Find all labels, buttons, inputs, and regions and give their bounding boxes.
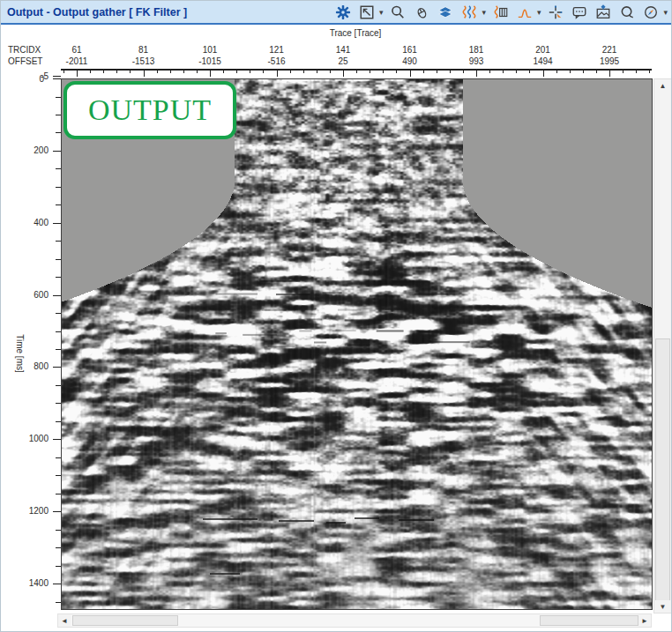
trace-major-tick: [609, 71, 610, 77]
trace-minor-tick: [583, 71, 584, 73]
time-start-tick: [53, 76, 61, 77]
settings-gear-icon[interactable]: [334, 4, 352, 21]
trace-minor-tick: [317, 71, 317, 73]
amplitude-spectrum-icon[interactable]: [516, 4, 534, 21]
offset-value: 993: [448, 56, 504, 66]
offset-value: -1015: [182, 56, 238, 66]
trace-minor-tick: [596, 71, 597, 73]
trace-major-tick: [476, 71, 477, 77]
wiggle-dropdown-caret[interactable]: ▾: [482, 4, 486, 21]
trace-minor-tick: [516, 71, 517, 73]
wiggle-display-icon[interactable]: [460, 4, 478, 21]
layers-icon[interactable]: [437, 4, 454, 21]
trace-minor-tick: [130, 71, 131, 73]
trace-minor-tick: [330, 71, 331, 73]
offset-value: -516: [249, 56, 305, 66]
compass-dropdown-caret[interactable]: ▾: [663, 4, 668, 21]
time-tick-label: 200: [13, 145, 49, 155]
trace-minor-tick: [649, 71, 650, 73]
trcidx-row-label: TRCIDX: [8, 45, 41, 55]
time-tick-label: 400: [13, 218, 49, 227]
horizontal-scroll-thumb-right[interactable]: [540, 615, 638, 626]
trace-minor-tick: [503, 71, 504, 73]
trcidx-value: 81: [116, 45, 172, 55]
trcidx-value: 181: [448, 45, 504, 55]
trace-minor-tick: [437, 71, 437, 73]
trace-minor-tick: [157, 71, 158, 73]
scroll-right-button[interactable]: ►: [638, 614, 651, 627]
trcidx-value: 161: [382, 45, 438, 55]
offset-value: 1494: [515, 56, 571, 66]
trace-axis-title: Trace [Trace]: [294, 28, 417, 38]
time-axis-label: Time [ms]: [12, 319, 25, 388]
scroll-down-button[interactable]: ▼: [654, 600, 671, 613]
time-major-tick: [53, 151, 61, 152]
horizontal-scrollbar[interactable]: ◄ ►: [57, 613, 652, 628]
offset-value: 490: [382, 56, 438, 66]
compass-icon[interactable]: [642, 4, 660, 21]
time-major-tick: [53, 511, 61, 512]
export-image-icon[interactable]: [594, 4, 612, 21]
viewer-window: Output - Output gather [ FK Filter ] ▾ ▾: [0, 0, 672, 632]
spectrum-dropdown-caret[interactable]: ▾: [537, 4, 541, 21]
fit-to-window-icon[interactable]: [358, 4, 376, 21]
trace-minor-tick: [223, 71, 224, 73]
trace-minor-tick: [356, 71, 357, 73]
horizontal-scroll-thumb-left[interactable]: [72, 615, 178, 626]
trace-minor-tick: [116, 71, 117, 73]
time-major-tick: [53, 584, 61, 584]
toolbar: ▾ ▾ ▾: [334, 1, 668, 23]
wiggle-grid-icon[interactable]: [492, 4, 510, 21]
trace-major-tick: [410, 71, 411, 77]
output-annotation: OUTPUT: [63, 81, 236, 139]
seismic-plot-frame: OUTPUT: [61, 78, 653, 610]
trace-minor-tick: [236, 71, 237, 73]
trace-minor-tick: [489, 71, 490, 73]
trace-minor-tick: [423, 71, 424, 73]
trace-minor-tick: [197, 71, 198, 73]
qc-loupe-icon[interactable]: [618, 4, 636, 21]
trace-minor-tick: [396, 71, 397, 73]
trace-minor-tick: [250, 71, 250, 73]
trace-major-tick: [543, 71, 544, 77]
trace-minor-tick: [636, 71, 637, 73]
trace-minor-tick: [463, 71, 464, 73]
scroll-up-button[interactable]: ▲: [654, 79, 671, 92]
mouse-tools-icon[interactable]: [413, 4, 430, 21]
pick-crosshair-icon[interactable]: [547, 4, 564, 21]
trcidx-value: 201: [515, 45, 571, 55]
trcidx-value: 121: [249, 45, 305, 55]
trcidx-value: 101: [182, 45, 238, 55]
trace-minor-tick: [370, 71, 370, 73]
trace-minor-tick: [383, 71, 384, 73]
trace-minor-tick: [90, 71, 91, 73]
trace-minor-tick: [303, 71, 304, 73]
time-major-tick: [53, 295, 61, 296]
zoom-icon[interactable]: [389, 4, 407, 21]
vertical-scroll-thumb[interactable]: [655, 338, 670, 602]
time-tick-label: 1200: [13, 506, 49, 516]
scroll-left-button[interactable]: ◄: [58, 614, 71, 627]
trace-minor-tick: [623, 71, 623, 73]
time-origin-label: 0: [9, 74, 44, 84]
vertical-scrollbar[interactable]: ▲ ▼: [653, 78, 672, 613]
trace-minor-tick: [570, 71, 571, 73]
time-tick-label: 1000: [13, 434, 49, 443]
time-major-tick: [53, 367, 61, 368]
trace-minor-tick: [450, 71, 451, 73]
trace-major-tick: [144, 71, 145, 77]
offset-value: -2011: [49, 56, 105, 66]
time-tick-label: 600: [13, 290, 49, 300]
fit-dropdown-caret[interactable]: ▾: [379, 4, 384, 21]
offset-row-label: OFFSET: [8, 56, 42, 66]
seismic-gather-canvas[interactable]: [62, 79, 652, 609]
comments-icon[interactable]: [571, 4, 588, 21]
window-title: Output - Output gather [ FK Filter ]: [1, 6, 187, 19]
trace-minor-tick: [170, 71, 171, 73]
trace-minor-tick: [290, 71, 291, 73]
titlebar: Output - Output gather [ FK Filter ] ▾ ▾: [1, 1, 671, 25]
trcidx-value: 141: [315, 45, 371, 55]
offset-value: -1513: [116, 56, 172, 66]
output-annotation-text: OUTPUT: [88, 93, 212, 127]
time-major-tick: [53, 439, 61, 440]
